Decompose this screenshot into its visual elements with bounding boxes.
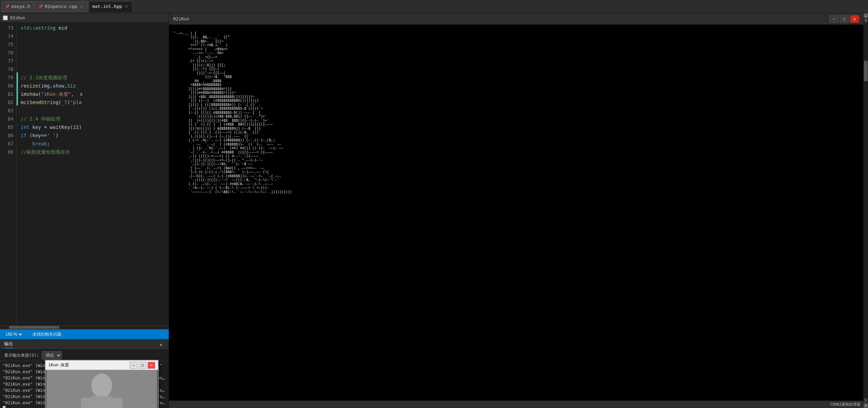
code-line-84: // 2.4 停顿处理 [21, 115, 169, 123]
pin-icon-easyx: 📌 [5, 4, 9, 8]
svg-rect-2 [91, 396, 112, 408]
pin-icon-opencv: 📌 [39, 4, 43, 8]
close-tab-mat[interactable]: ✕ [124, 4, 129, 9]
editor-icon: ⬜ [3, 16, 8, 20]
svg-rect-3 [81, 398, 93, 408]
opencv-maximize-btn[interactable]: □ [139, 362, 146, 369]
svg-rect-4 [110, 398, 122, 408]
scrollbar-thumb[interactable] [864, 61, 868, 81]
opencv-title: iKun-灰度 [48, 362, 128, 368]
output-tab-output[interactable]: 输出 [4, 341, 13, 348]
scroll-num-5: 5 [865, 398, 867, 403]
cursor [3, 406, 6, 408]
code-line-86: if (key==' ') [21, 132, 169, 140]
zoom-selector[interactable]: 160 % 100 % 80 % [4, 332, 23, 337]
output-source-select[interactable]: 调试 [42, 351, 62, 359]
right-scrollbar[interactable]: ▲ 4 5 ▼ [863, 13, 868, 408]
status-text: 未找到相关问题 [32, 332, 61, 337]
h-scrollbar-track[interactable] [1, 326, 168, 329]
output-close-area: ✕ [158, 341, 164, 348]
ascii-win-buttons: — □ ✕ [829, 15, 859, 23]
output-close-btn[interactable]: ✕ [158, 341, 164, 348]
code-line-73: std::wstring mid [21, 24, 169, 32]
opencv-close-btn[interactable]: ✕ [148, 362, 155, 369]
ascii-close-btn[interactable]: ✕ [850, 15, 859, 23]
ascii-window-title: 02iKun [173, 16, 829, 21]
right-status-text: CSDNJ逻辑处理器 [830, 402, 860, 407]
close-tab-opencv[interactable]: ✕ [79, 4, 84, 9]
opencv-window: iKun-灰度 — □ ✕ [45, 360, 159, 408]
scrollbar-track[interactable] [864, 23, 868, 398]
code-area[interactable]: 73747576 77787980 81828384 85868788 std:… [0, 23, 169, 329]
h-scrollbar-thumb[interactable] [9, 326, 59, 329]
scroll-down-btn[interactable]: ▼ [864, 403, 868, 408]
opencv-minimize-btn[interactable]: — [130, 362, 137, 369]
tab-label-opencv: 01opencv.cpp [45, 4, 77, 9]
svg-point-1 [91, 374, 112, 398]
tab-easyx[interactable]: 📌 easyx.h [1, 1, 34, 12]
left-panel: ⬜ 02iKun 73747576 77787980 81828384 8586… [0, 13, 169, 408]
ascii-titlebar: 02iKun — □ ✕ [169, 13, 863, 25]
ascii-art-content: `'·-+.., ( { `)))- .$$,.. ,` {(" .)).$$+… [169, 25, 863, 400]
editor-title: ⬜ 02iKun [0, 13, 169, 23]
code-line-82: mciSendString(_T("pla [21, 99, 169, 107]
tab-mat[interactable]: mat.inl.hpp ✕ [89, 1, 133, 12]
output-header: 输出 ✕ [0, 339, 169, 350]
code-line-74 [21, 32, 169, 41]
scroll-num-4: 4 [865, 18, 867, 23]
code-line-85: int key = waitKey(22) [21, 123, 169, 132]
ok-icon: ✓ [29, 332, 31, 337]
ascii-maximize-btn[interactable]: □ [840, 15, 849, 23]
output-source-label: 显示输出来源(S): [4, 353, 39, 358]
code-line-80: resize(img, show, Siz [21, 82, 169, 90]
code-line-76 [21, 49, 169, 57]
scroll-up-btn[interactable]: ▲ [864, 13, 868, 18]
tab-label-easyx: easyx.h [11, 4, 30, 9]
status-bar: 160 % 100 % 80 % ✓ 未找到相关问题 [0, 329, 169, 339]
code-line-88: //刷新批量绘图缓存并 [21, 148, 169, 156]
main-area: ⬜ 02iKun 73747576 77787980 81828384 8586… [0, 13, 868, 408]
code-line-78 [21, 65, 169, 74]
right-status-bar: CSDNJ逻辑处理器 [169, 400, 863, 408]
tab-label-mat: mat.inl.hpp [92, 4, 122, 9]
code-line-79: // 2.3灰度视频处理 [21, 74, 169, 82]
h-scrollbar[interactable] [0, 325, 169, 329]
line-numbers: 73747576 77787980 81828384 85868788 [0, 23, 17, 325]
editor-title-text: 02iKun [10, 16, 25, 20]
tab-bar: 📌 easyx.h 📌 01opencv.cpp ✕ mat.inl.hpp ✕ [0, 0, 868, 13]
tab-opencv[interactable]: 📌 01opencv.cpp ✕ [35, 1, 88, 12]
status-no-problem: ✓ 未找到相关问题 [29, 332, 61, 337]
code-line-87: break; [21, 140, 169, 148]
code-line-75 [21, 41, 169, 49]
code-editor[interactable]: std::wstring mid // 2.3灰度视频处理 resize(img… [18, 23, 169, 325]
code-line-77 [21, 57, 169, 65]
ascii-minimize-btn[interactable]: — [829, 15, 838, 23]
code-line-83 [21, 107, 169, 115]
opencv-image [46, 370, 158, 408]
opencv-titlebar: iKun-灰度 — □ ✕ [46, 360, 158, 370]
right-panel: 02iKun — □ ✕ `'·-+.., ( { `)))- .$$,.. ,… [169, 13, 868, 408]
code-line-81: imshow("iKun-灰度", s [21, 90, 169, 99]
